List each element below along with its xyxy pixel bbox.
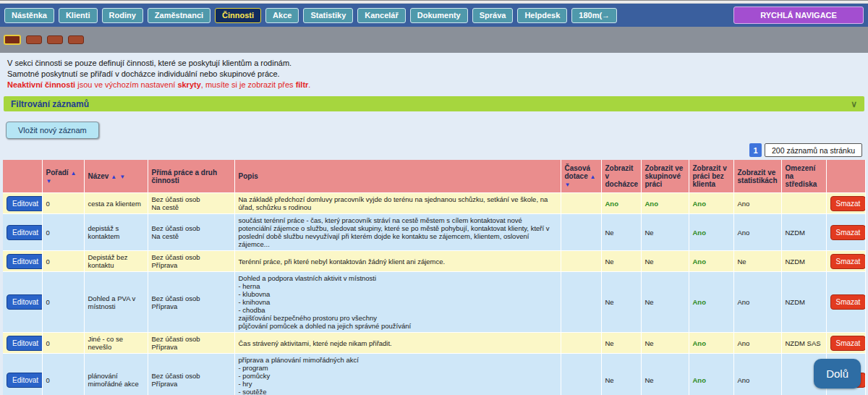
- intro-warning-line: Neaktivní činnosti jsou ve výchozím nast…: [7, 80, 861, 90]
- cell-edit: Editovat: [3, 272, 42, 333]
- pagination: 1 200 záznamů na stránku: [0, 143, 862, 157]
- header-nazev[interactable]: Název ▲ ▼: [84, 160, 148, 193]
- cell-nazev: Depistáž bez kontaktu: [84, 251, 148, 272]
- header-poradi[interactable]: Pořadí ▲ ▼: [42, 160, 84, 193]
- cell-casova-dotace: [561, 354, 601, 395]
- cell-casova-dotace: [561, 193, 601, 214]
- edit-button[interactable]: Editovat: [7, 225, 42, 240]
- cell-zobrazit-dochazka: Ne: [601, 272, 641, 333]
- nav-item-label: Akce: [273, 11, 292, 20]
- quick-navigation-button[interactable]: RYCHLÁ NAVIGACE: [733, 7, 864, 24]
- cell-druh: Bez účasti osob Na cestě: [148, 193, 234, 214]
- scroll-down-button[interactable]: Dolů: [814, 359, 861, 388]
- filter-records-header[interactable]: Filtrování záznamů ∨: [4, 96, 864, 111]
- insert-new-record-button[interactable]: Vložit nový záznam: [6, 122, 99, 139]
- edit-button[interactable]: Editovat: [7, 294, 42, 310]
- page-number[interactable]: 1: [749, 143, 762, 157]
- header-zobrazit-bez-klienta: Zobrazit v práci bez klienta: [689, 160, 733, 193]
- sub-tabbar: [0, 27, 868, 53]
- nav-item[interactable]: Kancelář: [357, 8, 405, 23]
- cell-zobrazit-skupinova: Ne: [641, 333, 689, 354]
- cell-poradi: 0: [42, 251, 84, 272]
- cell-zobrazit-skupinova: Ne: [641, 354, 689, 395]
- cell-casova-dotace: [561, 214, 601, 251]
- cell-zobrazit-skupinova: Ano: [641, 193, 689, 214]
- nav-item-label: Helpdesk: [524, 11, 560, 20]
- cell-nazev: depistáž s kontaktem: [84, 214, 148, 251]
- nav-item[interactable]: Zaměstnanci: [148, 8, 210, 23]
- nav-item-label: Kancelář: [365, 11, 398, 20]
- delete-button[interactable]: Smazat: [830, 196, 866, 211]
- nav-item-label: Zaměstnanci: [155, 11, 203, 20]
- table-row: Editovat 0 cesta za klientem Bez účasti …: [3, 193, 865, 214]
- filter-records-title: Filtrování záznamů: [11, 99, 89, 109]
- header-edit: [3, 160, 42, 193]
- nav-item[interactable]: Statistiky: [303, 8, 353, 23]
- cell-poradi: 0: [42, 272, 84, 333]
- cell-zobrazit-statistiky: Ano: [733, 193, 781, 214]
- delete-button[interactable]: Smazat: [830, 225, 866, 240]
- delete-button[interactable]: Smazat: [830, 294, 866, 310]
- cell-zobrazit-dochazka: Ne: [601, 214, 641, 251]
- tab[interactable]: [47, 35, 63, 44]
- cell-edit: Editovat: [3, 214, 42, 251]
- activities-table: Pořadí ▲ ▼ Název ▲ ▼ Přímá práce a druh …: [3, 160, 866, 395]
- cell-zobrazit-statistiky: Ano: [733, 214, 781, 251]
- nav-item-label: Statistiky: [310, 11, 346, 20]
- nav-item[interactable]: Klienti: [59, 8, 98, 23]
- edit-button[interactable]: Editovat: [7, 373, 42, 388]
- table-row: Editovat 0 plánování mimořádné akce Bez …: [3, 354, 865, 395]
- table-row: Editovat 0 Jiné - co se nevešlo Bez účas…: [3, 333, 865, 354]
- nav-item[interactable]: Nástěnka: [4, 8, 54, 23]
- nav-item[interactable]: Rodiny: [102, 8, 143, 23]
- header-prima-prace: Přímá práce a druh činnosti: [148, 160, 234, 193]
- nav-item[interactable]: Helpdesk: [517, 8, 567, 23]
- tab[interactable]: [26, 35, 42, 44]
- table-header-row: Pořadí ▲ ▼ Název ▲ ▼ Přímá práce a druh …: [3, 160, 865, 193]
- top-navbar: NástěnkaKlientiRodinyZaměstnanciČinnosti…: [0, 4, 868, 27]
- edit-button[interactable]: Editovat: [7, 336, 42, 351]
- table-row: Editovat 0 Dohled a PVA v místnosti Bez …: [3, 272, 865, 333]
- cell-zobrazit-statistiky: Ano: [733, 272, 781, 333]
- nav-item-label: Dokumenty: [417, 11, 461, 20]
- cell-edit: Editovat: [3, 193, 42, 214]
- sort-arrows-icon[interactable]: ▲ ▼: [111, 174, 126, 180]
- delete-button[interactable]: Smazat: [830, 336, 866, 351]
- nav-item-label: Činnosti: [222, 11, 254, 20]
- nav-item[interactable]: Dokumenty: [410, 8, 468, 23]
- cell-poradi: 0: [42, 333, 84, 354]
- nav-item[interactable]: 180m(→: [571, 8, 617, 23]
- records-per-page-select[interactable]: 200 záznamů na stránku: [765, 143, 862, 157]
- chevron-down-icon: ∨: [851, 99, 857, 109]
- nav-item-label: Správa: [480, 11, 506, 20]
- cell-zobrazit-bez-klienta: Ano: [689, 333, 733, 354]
- cell-omezeni-strediska: [781, 193, 826, 214]
- nav-items: NástěnkaKlientiRodinyZaměstnanciČinnosti…: [4, 8, 617, 23]
- tab[interactable]: [68, 35, 84, 44]
- cell-omezeni-strediska: NZDM: [781, 214, 826, 251]
- cell-casova-dotace: [561, 333, 601, 354]
- header-casova-dotace[interactable]: Časová dotace ▲ ▼: [561, 160, 601, 193]
- cell-edit: Editovat: [3, 333, 42, 354]
- cell-popis: Terénní práce, při které nebyl kontaktov…: [234, 251, 561, 272]
- cell-zobrazit-dochazka: Ne: [601, 354, 641, 395]
- cell-delete: Smazat: [826, 251, 865, 272]
- edit-button[interactable]: Editovat: [7, 196, 42, 211]
- cell-zobrazit-statistiky: Ano: [733, 354, 781, 395]
- cell-zobrazit-dochazka: Ne: [601, 251, 641, 272]
- nav-item[interactable]: Správa: [472, 8, 514, 23]
- tab[interactable]: [4, 35, 21, 45]
- nav-item[interactable]: Činnosti: [215, 8, 261, 23]
- cell-omezeni-strediska: NZDM: [781, 272, 826, 333]
- cell-druh: Bez účasti osob Na cestě: [148, 214, 234, 251]
- nav-item[interactable]: Akce: [265, 8, 299, 23]
- cell-omezeni-strediska: NZDM: [781, 251, 826, 272]
- logout-icon: (→: [599, 11, 610, 20]
- cell-nazev: Jiné - co se nevešlo: [84, 333, 148, 354]
- cell-zobrazit-bez-klienta: Ano: [689, 272, 733, 333]
- cell-druh: Bez účasti osob Příprava: [148, 333, 234, 354]
- cell-popis: Čas strávený aktivitami, které nejde nik…: [234, 333, 561, 354]
- edit-button[interactable]: Editovat: [7, 254, 42, 269]
- delete-button[interactable]: Smazat: [830, 254, 866, 269]
- header-delete: [826, 160, 865, 193]
